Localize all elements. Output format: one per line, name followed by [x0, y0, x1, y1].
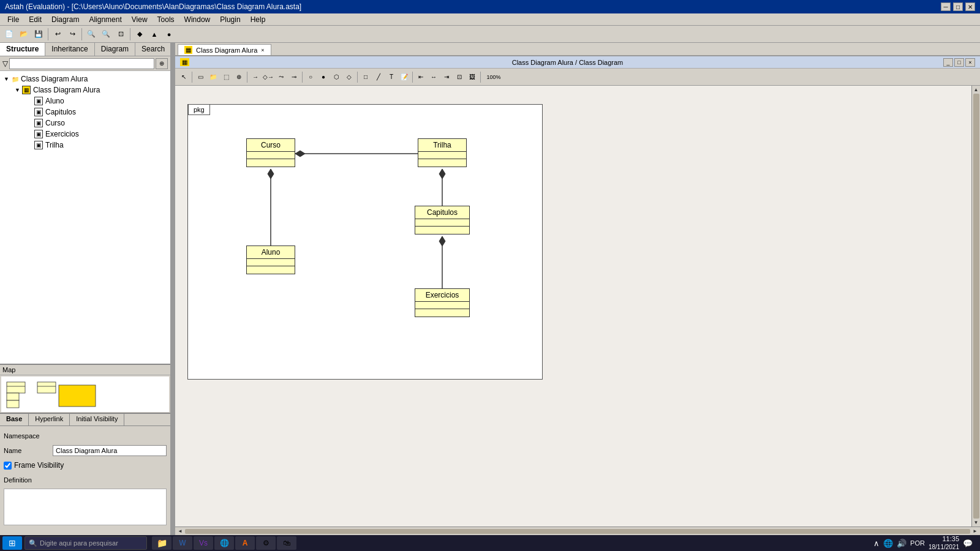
real-tool[interactable]: ⊸: [288, 71, 300, 83]
rect-tool[interactable]: □: [360, 71, 372, 83]
undo-button[interactable]: ↩: [51, 28, 64, 41]
diagram-canvas[interactable]: pkg: [175, 86, 971, 527]
menu-item-view[interactable]: View: [127, 14, 153, 25]
zoom-fit-button[interactable]: ⊡: [114, 28, 127, 41]
bc-minimize-button[interactable]: _: [943, 58, 953, 67]
class-curso[interactable]: Curso: [246, 138, 295, 167]
class-capitulos[interactable]: Capitulos: [415, 206, 470, 234]
maximize-button[interactable]: □: [953, 2, 963, 11]
tab-diagram[interactable]: Diagram: [95, 43, 135, 56]
save-button[interactable]: 💾: [32, 28, 45, 41]
taskbar-word[interactable]: W: [173, 536, 192, 550]
classdiagram-icon: ▦: [22, 86, 31, 94]
assoc-tool[interactable]: →: [249, 71, 262, 83]
tray-arrow[interactable]: ∧: [873, 539, 880, 548]
frame-visibility-checkbox[interactable]: [4, 462, 12, 470]
hscroll-thumb[interactable]: [185, 529, 970, 534]
close-button[interactable]: ✕: [965, 2, 975, 11]
folder-tool[interactable]: 📁: [207, 71, 219, 83]
definition-textarea[interactable]: [4, 489, 167, 525]
dot-tool[interactable]: ●: [317, 71, 330, 83]
dep-tool[interactable]: ⤳: [275, 71, 287, 83]
aggr-tool[interactable]: ◇→: [262, 71, 274, 83]
extra-btn3[interactable]: ●: [162, 28, 176, 41]
tab-inheritance[interactable]: Inheritance: [45, 43, 94, 56]
fit-tool[interactable]: ⊡: [453, 71, 466, 83]
tree-item-exercicios[interactable]: ▣ Exercicios: [2, 129, 168, 140]
filter-apply-button[interactable]: ⊕: [156, 58, 168, 69]
hscroll-left-button[interactable]: ◄: [178, 528, 183, 534]
diagram-tab-main[interactable]: ▦ Class Diagram Alura ×: [178, 44, 271, 55]
zoom-in-button[interactable]: 🔍: [85, 28, 98, 41]
filter-input[interactable]: [9, 58, 154, 69]
align-right[interactable]: ⇥: [440, 71, 453, 83]
image-tool[interactable]: 🖼: [466, 71, 478, 83]
prop-tab-base[interactable]: Base: [0, 414, 29, 425]
vscroll-up-button[interactable]: ▲: [974, 87, 979, 92]
name-input[interactable]: [53, 445, 167, 456]
select-tool[interactable]: ↖: [178, 71, 190, 83]
class-aluno-attrs: [247, 259, 295, 266]
diamond-tool[interactable]: ◇: [343, 71, 355, 83]
class-tool[interactable]: ▭: [194, 71, 206, 83]
bc-close-button[interactable]: ×: [965, 58, 975, 67]
taskbar-search[interactable]: 🔍 Digite aqui para pesquisar: [24, 536, 147, 550]
open-button[interactable]: 📂: [17, 28, 31, 41]
zoom-out-button[interactable]: 🔍: [99, 28, 113, 41]
menu-item-diagram[interactable]: Diagram: [47, 14, 84, 25]
redo-button[interactable]: ↪: [66, 28, 79, 41]
menu-item-help[interactable]: Help: [246, 14, 271, 25]
tree-item-aluno[interactable]: ▣ Aluno: [2, 96, 168, 107]
minimize-button[interactable]: ─: [941, 2, 951, 11]
taskbar-chrome[interactable]: 🌐: [214, 536, 234, 550]
taskbar-store[interactable]: 🛍: [277, 536, 296, 550]
class-trilha[interactable]: Trilha: [418, 138, 467, 167]
note-tool[interactable]: 📝: [398, 71, 410, 83]
taskbar-settings[interactable]: ⚙: [256, 536, 276, 550]
extra-btn2[interactable]: ▲: [148, 28, 161, 41]
vscroll-down-button[interactable]: ▼: [974, 520, 979, 525]
menu-item-alignment[interactable]: Alignment: [84, 14, 126, 25]
menu-item-plugin[interactable]: Plugin: [215, 14, 245, 25]
prop-tab-visibility[interactable]: Initial Visibility: [70, 414, 124, 425]
namespace-label: Namespace: [4, 432, 53, 440]
taskbar-file-explorer[interactable]: 📁: [152, 536, 172, 550]
bc-maximize-button[interactable]: □: [954, 58, 964, 67]
hex-tool[interactable]: ⬡: [330, 71, 342, 83]
package-tool[interactable]: ⬚: [220, 71, 232, 83]
menu-item-edit[interactable]: Edit: [24, 14, 47, 25]
circle-tool[interactable]: ○: [304, 71, 317, 83]
tree-item-classdiagram[interactable]: ▼ ▦ Class Diagram Alura: [2, 84, 168, 96]
line-tool[interactable]: ╱: [372, 71, 385, 83]
vertical-scrollbar[interactable]: ▲ ▼: [971, 86, 980, 527]
zoom-percent[interactable]: 100%: [483, 71, 505, 83]
tree-root[interactable]: ▼ 📁 Class Diagram Alura: [2, 73, 168, 84]
tab-search[interactable]: Search: [135, 43, 172, 56]
tray-network[interactable]: 🌐: [883, 539, 893, 548]
new-button[interactable]: 📄: [2, 28, 16, 41]
op-tool[interactable]: ⊕: [233, 71, 245, 83]
menu-item-file[interactable]: File: [2, 14, 24, 25]
tree-item-capitulos[interactable]: ▣ Capitulos: [2, 107, 168, 118]
tree-item-trilha[interactable]: ▣ Trilha: [2, 140, 168, 151]
prop-tab-hyperlink[interactable]: Hyperlink: [29, 414, 70, 425]
diagram-tab-close-button[interactable]: ×: [261, 47, 264, 53]
tray-volume[interactable]: 🔊: [897, 539, 907, 548]
taskbar-vs[interactable]: Vs: [194, 536, 213, 550]
class-exercicios[interactable]: Exercicios: [415, 288, 470, 317]
menu-item-tools[interactable]: Tools: [153, 14, 179, 25]
align-center[interactable]: ↔: [428, 71, 440, 83]
tab-structure[interactable]: Structure: [0, 43, 45, 56]
hscroll-right-button[interactable]: ►: [973, 528, 978, 534]
menu-item-window[interactable]: Window: [179, 14, 216, 25]
horizontal-scrollbar[interactable]: ◄ ►: [175, 527, 980, 535]
align-left[interactable]: ⇤: [415, 71, 427, 83]
class-aluno[interactable]: Aluno: [246, 246, 295, 274]
text-tool[interactable]: T: [385, 71, 398, 83]
extra-btn1[interactable]: ◆: [133, 28, 146, 41]
taskbar-astah[interactable]: A: [235, 536, 255, 550]
tree-item-curso[interactable]: ▣ Curso: [2, 118, 168, 129]
vscroll-thumb[interactable]: [973, 94, 979, 519]
start-button[interactable]: ⊞: [2, 536, 22, 550]
tray-notification[interactable]: 💬: [963, 539, 973, 548]
